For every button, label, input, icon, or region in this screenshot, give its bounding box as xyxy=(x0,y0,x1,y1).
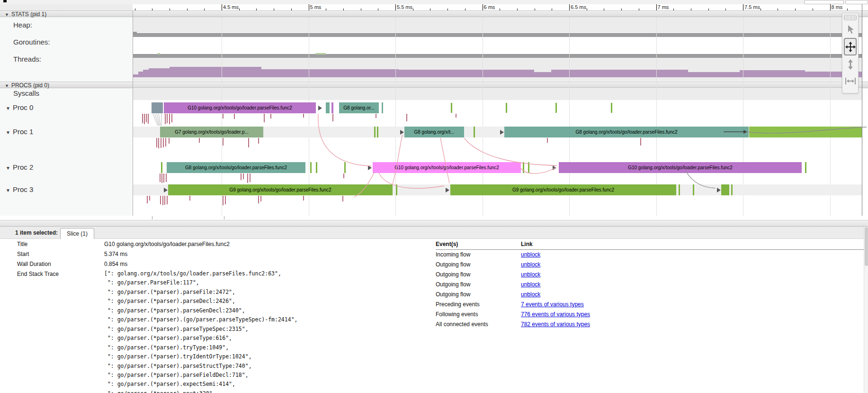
sample-tick xyxy=(343,174,344,178)
trace-slice[interactable]: G9 golang.org/x/tools/go/loader.parseFil… xyxy=(450,184,676,195)
trace-slice-instant[interactable] xyxy=(611,103,612,113)
panel-scrollbar-thumb[interactable] xyxy=(865,227,868,266)
events-table: Event(s)LinkIncoming flowunblockOutgoing… xyxy=(436,239,865,329)
flow-arrowhead-icon xyxy=(164,188,168,192)
trace-slice-sliver[interactable] xyxy=(310,162,312,173)
sample-tick xyxy=(223,196,224,205)
trace-slice-sliver[interactable] xyxy=(474,127,475,137)
trace-slice-sliver[interactable] xyxy=(344,162,346,173)
tab-slice[interactable]: Slice (1) xyxy=(60,228,94,239)
trace-slice-sliver[interactable] xyxy=(749,127,862,137)
sample-tick xyxy=(156,138,157,147)
sample-tick xyxy=(640,138,641,146)
detail-row: Start5.374 ms xyxy=(17,249,367,259)
panel-splitter[interactable] xyxy=(0,220,868,227)
sample-tick xyxy=(146,114,147,122)
event-link[interactable]: unblock xyxy=(521,290,540,300)
detail-value: 5.374 ms xyxy=(104,249,127,259)
trace-slice[interactable]: G7 golang.org/x/tools/go/loader.p... xyxy=(160,127,263,137)
trace-slice-sliver[interactable] xyxy=(374,127,376,137)
trace-slice-sliver[interactable] xyxy=(805,162,806,173)
ruler-tick-label: 5 ms xyxy=(310,4,322,10)
pan-tool-button[interactable] xyxy=(844,38,857,55)
event-link[interactable]: 776 events of various types xyxy=(521,310,590,320)
event-link[interactable]: 7 events of various types xyxy=(521,300,584,310)
trace-slice-sliver[interactable] xyxy=(396,184,397,195)
event-link[interactable]: unblock xyxy=(521,260,540,270)
trace-slice-sliver[interactable] xyxy=(528,162,529,173)
trace-slice-sliver[interactable] xyxy=(382,102,383,113)
trace-slice-sliver[interactable] xyxy=(679,184,680,195)
collapse-arrow-icon[interactable]: ▼ xyxy=(5,12,9,17)
syscalls-track[interactable] xyxy=(133,89,862,100)
sidebar-item-proc-1[interactable]: ▼Proc 1 xyxy=(6,128,33,136)
event-type-label: All connected events xyxy=(436,320,521,329)
trace-slice-sliver[interactable] xyxy=(523,162,524,173)
sample-tick xyxy=(199,138,200,143)
flow-arrowhead-icon xyxy=(318,106,322,110)
events-row: Outgoing flowunblock xyxy=(436,290,865,300)
trace-slice-sliver[interactable] xyxy=(331,102,333,113)
events-row: All connected events782 events of variou… xyxy=(436,320,865,329)
ruler-tick-label: 5.5 ms xyxy=(397,4,412,10)
event-link[interactable]: unblock xyxy=(521,280,540,290)
trace-slice-sliver[interactable] xyxy=(377,127,378,137)
trace-slice-sliver[interactable] xyxy=(693,184,694,195)
threads-track[interactable] xyxy=(133,58,862,81)
sample-tick xyxy=(166,174,167,182)
trace-slice[interactable]: G8 golang.org/x/t... xyxy=(404,127,464,137)
collapse-arrow-icon[interactable]: ▼ xyxy=(6,188,10,193)
sample-tick xyxy=(189,196,190,201)
trace-slice-sliver[interactable] xyxy=(721,184,729,195)
trace-slice[interactable]: G10 golang.org/x/tools/go/loader.parseFi… xyxy=(559,162,802,173)
selection-tool-button[interactable] xyxy=(844,21,857,37)
timing-tool-button[interactable] xyxy=(844,73,857,89)
timeline-bottom-strip xyxy=(0,216,868,220)
event-link[interactable]: 782 events of various types xyxy=(521,320,590,329)
detail-row: TitleG10 golang.org/x/tools/go/loader.pa… xyxy=(17,239,367,249)
trace-slice-sliver[interactable] xyxy=(316,162,317,173)
trace-slice[interactable]: G9 golang.org/x/tools/go/loader.parseFil… xyxy=(168,184,393,195)
collapse-arrow-icon[interactable]: ▼ xyxy=(6,130,10,135)
trace-slice-sliver[interactable] xyxy=(326,102,330,113)
sample-tick xyxy=(169,114,170,124)
collapse-arrow-icon[interactable]: ▼ xyxy=(6,106,10,111)
trace-slice[interactable]: G10 golang.org/x/tools/go/loader.parseFi… xyxy=(373,162,521,173)
sidebar-item-proc-0[interactable]: ▼Proc 0 xyxy=(6,103,33,111)
zoom-tool-button[interactable] xyxy=(844,56,857,72)
detail-row: Wall Duration0.854 ms xyxy=(17,259,367,269)
trace-slice[interactable]: G8 golang.org/x/tools/go/loader.parseFil… xyxy=(504,127,749,137)
trace-slice-instant[interactable] xyxy=(555,103,557,113)
panel-scrollbar[interactable] xyxy=(864,227,868,393)
sample-tick xyxy=(165,114,166,124)
trace-slice-instant[interactable] xyxy=(506,103,507,113)
sample-tick xyxy=(223,138,224,146)
time-ruler[interactable]: 4.5 ms5 ms5.5 ms6 ms6.5 ms7 ms7.5 ms8 ms xyxy=(133,4,862,11)
trace-slice-sliver[interactable] xyxy=(161,162,162,173)
selection-header-bar: 1 item selected: Slice (1) xyxy=(0,227,868,239)
collapse-arrow-icon[interactable]: ▼ xyxy=(5,83,9,88)
proc-label: Proc 2 xyxy=(13,163,33,171)
trace-slice-sliver[interactable] xyxy=(731,184,733,195)
collapse-arrow-icon[interactable]: ▼ xyxy=(6,165,10,171)
section-header-procs[interactable]: ▼PROCS (pid 0) xyxy=(0,82,868,88)
timeline-toolbar xyxy=(842,13,859,93)
sample-tick xyxy=(142,114,143,123)
trace-viewer-window: 4.5 ms5 ms5.5 ms6 ms6.5 ms7 ms7.5 ms8 ms… xyxy=(0,0,868,393)
sidebar-item-proc-2[interactable]: ▼Proc 2 xyxy=(6,163,33,171)
section-header-stats[interactable]: ▼STATS (pid 1) xyxy=(0,10,868,17)
event-link[interactable]: unblock xyxy=(521,250,540,260)
trace-slice-sliver[interactable] xyxy=(152,102,163,113)
end-stack-trace: [": golang.org/x/tools/go/loader.parseFi… xyxy=(104,269,298,393)
sidebar-item-proc-3[interactable]: ▼Proc 3 xyxy=(6,185,33,193)
timeline-tracks[interactable]: ▼STATS (pid 1)▼PROCS (pid 0)Heap:Gorouti… xyxy=(0,10,868,216)
heap-track-label: Heap: xyxy=(13,21,32,29)
heap-counter-band xyxy=(133,33,862,37)
trace-slice-instant[interactable] xyxy=(451,103,452,113)
toolbar-drag-handle[interactable] xyxy=(844,15,857,20)
trace-slice[interactable]: G10 golang.org/x/tools/go/loader.parseFi… xyxy=(164,102,316,113)
trace-slice[interactable]: G8 golang.or... xyxy=(339,102,379,113)
event-link[interactable]: unblock xyxy=(521,270,540,280)
sample-tick xyxy=(148,114,149,124)
trace-slice[interactable]: G8 golang.org/x/tools/go/loader.parseFil… xyxy=(167,162,305,173)
